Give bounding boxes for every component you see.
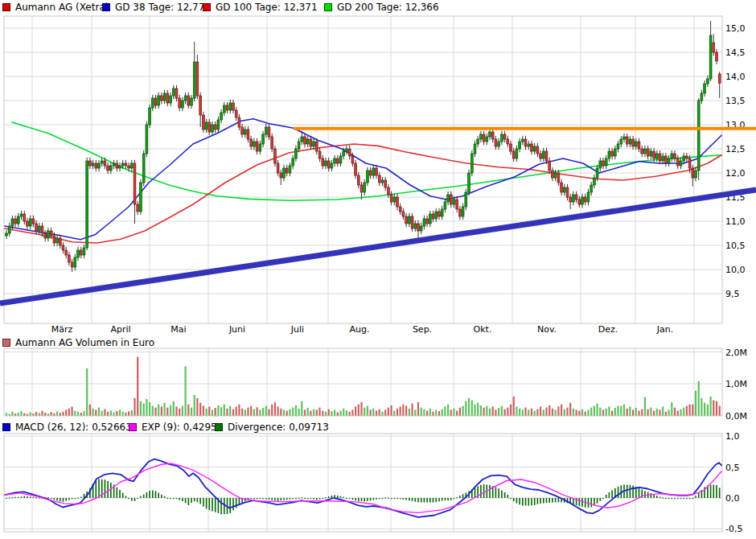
volume-label: Aumann AG Volumen in Euro — [15, 337, 154, 348]
legend-item-volume: Aumann AG Volumen in Euro — [2, 337, 154, 348]
x-axis-month-labels: MärzAprilMaiJuniJuliAug.Sep.Okt.Nov.Dez.… — [51, 324, 673, 335]
y-axis-labels: 15,014,514,013,513,012,512,011,511,010,5… — [725, 23, 747, 534]
svg-text:Sep.: Sep. — [413, 324, 432, 335]
volume-legend: Aumann AG Volumen in Euro — [0, 337, 756, 349]
divergence-label: Divergence: 0,09713 — [228, 422, 329, 433]
svg-text:Juli: Juli — [290, 324, 304, 335]
instrument-color-swatch-icon — [2, 3, 10, 11]
svg-text:1,0M: 1,0M — [725, 379, 747, 389]
svg-text:12,5: 12,5 — [725, 144, 746, 154]
svg-text:Mai: Mai — [171, 324, 186, 335]
gd200-color-swatch-icon — [324, 3, 332, 11]
gd100-color-swatch-icon — [203, 3, 211, 11]
svg-text:14,0: 14,0 — [725, 72, 746, 82]
svg-text:April: April — [110, 324, 130, 335]
svg-text:10,5: 10,5 — [725, 241, 746, 251]
svg-text:14,5: 14,5 — [725, 47, 746, 58]
divergence-color-swatch-icon — [215, 423, 223, 431]
grid-lines — [4, 16, 722, 532]
macd-color-swatch-icon — [2, 423, 10, 431]
svg-text:Nov.: Nov. — [537, 324, 557, 335]
gd200-label: GD 200 Tage: 12,366 — [337, 2, 439, 13]
svg-text:11,0: 11,0 — [725, 216, 746, 227]
exp-line — [5, 463, 721, 512]
exp-color-swatch-icon — [129, 423, 137, 431]
exp-label: EXP (9): 0,4295 — [142, 422, 217, 433]
trend-line — [0, 190, 756, 303]
legend-item-gd38: GD 38 Tage: 12,776 — [102, 2, 211, 13]
svg-text:12,0: 12,0 — [725, 168, 746, 179]
legend-item-instrument: Aumann AG (Xetra) — [2, 2, 109, 13]
svg-text:Jan.: Jan. — [656, 324, 673, 335]
price-volume-macd-chart: 15,014,514,013,513,012,512,011,511,010,5… — [0, 0, 756, 539]
svg-text:9,5: 9,5 — [725, 289, 740, 299]
macd-label: MACD (26, 12): 0,52663 — [15, 422, 132, 433]
legend-item-macd: MACD (26, 12): 0,52663 — [2, 422, 132, 433]
svg-text:0,0M: 0,0M — [725, 411, 747, 422]
svg-text:0,5: 0,5 — [725, 463, 740, 473]
svg-text:13,5: 13,5 — [725, 96, 746, 106]
price-legend: Aumann AG (Xetra) GD 38 Tage: 12,776 GD … — [0, 2, 756, 14]
legend-item-gd200: GD 200 Tage: 12,366 — [324, 2, 439, 13]
svg-text:15,0: 15,0 — [725, 23, 746, 34]
gd100-label: GD 100 Tage: 12,371 — [216, 2, 318, 13]
gd38-color-swatch-icon — [102, 3, 110, 11]
svg-text:März: März — [51, 324, 73, 335]
gd38-label: GD 38 Tage: 12,776 — [115, 2, 211, 13]
gd200-line — [12, 122, 721, 200]
macd-legend: MACD (26, 12): 0,52663 EXP (9): 0,4295 D… — [0, 422, 756, 434]
stock-chart-page: 15,014,514,013,513,012,512,011,511,010,5… — [0, 0, 756, 539]
svg-text:Juni: Juni — [228, 324, 245, 335]
svg-text:10,0: 10,0 — [725, 265, 746, 275]
svg-text:Aug.: Aug. — [350, 324, 370, 335]
svg-text:Okt.: Okt. — [474, 324, 492, 335]
candlesticks — [6, 21, 721, 272]
macd-histogram-bars — [6, 479, 720, 514]
volume-bars — [6, 356, 721, 415]
svg-text:Dez.: Dez. — [598, 324, 618, 335]
legend-item-divergence: Divergence: 0,09713 — [215, 422, 329, 433]
svg-text:0,0: 0,0 — [725, 493, 740, 504]
legend-item-gd100: GD 100 Tage: 12,371 — [203, 2, 318, 13]
volume-color-swatch-icon — [2, 339, 10, 347]
legend-item-exp: EXP (9): 0,4295 — [129, 422, 217, 433]
svg-text:-0,5: -0,5 — [725, 524, 742, 534]
gd100-line — [5, 144, 721, 243]
instrument-label: Aumann AG (Xetra) — [15, 2, 109, 13]
